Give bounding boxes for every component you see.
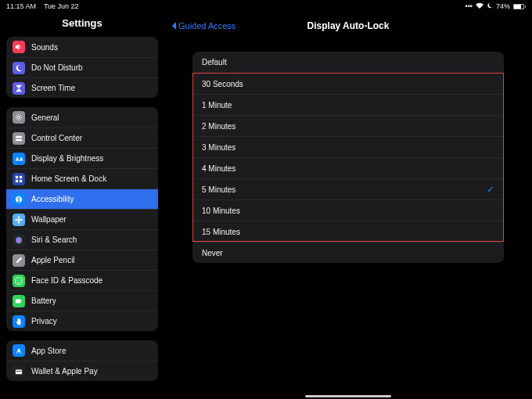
hand-icon (13, 315, 25, 328)
siri-icon (13, 234, 25, 246)
home-indicator[interactable] (305, 395, 391, 397)
sidebar-item-sounds[interactable]: Sounds (6, 37, 158, 57)
sidebar-item-wallpaper[interactable]: Wallpaper (6, 209, 158, 229)
cellular-icon: ••• (466, 2, 473, 10)
faceid-icon (13, 275, 25, 287)
svg-rect-22 (20, 353, 21, 354)
status-bar: 11:15 AM Tue Jun 22 ••• 74% (0, 0, 532, 13)
battery-percent: 74% (496, 2, 510, 10)
grid-icon (13, 173, 25, 185)
sidebar-item-control-center[interactable]: Control Center (6, 128, 158, 148)
autolock-option[interactable]: Default (192, 52, 504, 73)
status-date: Tue Jun 22 (44, 2, 79, 10)
wallet-icon (13, 365, 25, 378)
content-title: Display Auto-Lock (307, 20, 390, 31)
text-size-icon: AA (13, 153, 25, 165)
wifi-icon (476, 2, 483, 10)
appstore-icon (13, 344, 25, 357)
sidebar-item-do-not-disturb[interactable]: Do Not Disturb (6, 57, 158, 77)
sidebar-item-label: Battery (31, 297, 56, 305)
svg-point-13 (15, 218, 17, 221)
option-label: Never (202, 249, 223, 257)
checkmark-icon: ✓ (487, 184, 494, 195)
option-label: 5 Minutes (202, 185, 235, 194)
status-time: 11:15 AM (6, 2, 36, 10)
sidebar-item-label: General (31, 113, 59, 122)
option-label: 10 Minutes (202, 207, 240, 215)
sidebar-title: Settings (0, 13, 164, 37)
svg-rect-16 (16, 277, 22, 283)
sidebar-item-battery[interactable]: Battery (6, 290, 158, 311)
svg-rect-2 (16, 138, 22, 141)
autolock-option[interactable]: 10 Minutes (192, 200, 504, 221)
sidebar-item-label: Siri & Search (31, 235, 77, 244)
svg-rect-6 (16, 179, 18, 182)
autolock-option[interactable]: 3 Minutes (192, 136, 504, 157)
sidebar-item-display-brightness[interactable]: AADisplay & Brightness (6, 148, 158, 168)
back-label: Guided Access (178, 21, 235, 31)
sidebar-item-general[interactable]: General (6, 107, 158, 128)
sidebar-item-label: App Store (31, 347, 66, 355)
hourglass-icon (13, 82, 25, 95)
svg-rect-20 (21, 300, 22, 302)
option-label: 1 Minute (202, 101, 232, 110)
sidebar-item-label: Face ID & Passcode (31, 276, 102, 285)
sidebar-item-label: Control Center (31, 134, 82, 142)
sidebar-item-wallet-apple-pay[interactable]: Wallet & Apple Pay (6, 361, 158, 381)
battery-icon (13, 295, 25, 307)
svg-point-9 (18, 196, 20, 198)
sidebar-item-label: Wallet & Apple Pay (31, 367, 98, 376)
moon-icon (13, 62, 25, 74)
accessibility-icon (13, 193, 25, 206)
sidebar-item-face-id-passcode[interactable]: Face ID & Passcode (6, 270, 158, 290)
sidebar-item-label: Home Screen & Dock (31, 174, 106, 183)
status-right: ••• 74% (466, 2, 526, 10)
sidebar-item-label: Wallpaper (31, 215, 66, 224)
autolock-option[interactable]: Never (192, 242, 504, 263)
svg-text:AA: AA (16, 156, 23, 161)
sidebar-item-label: Do Not Disturb (31, 63, 83, 72)
sidebar-item-label: Privacy (31, 317, 57, 325)
autolock-option[interactable]: 1 Minute (192, 94, 504, 115)
svg-rect-1 (16, 135, 22, 138)
autolock-option[interactable]: 15 Minutes (192, 221, 504, 242)
svg-point-10 (17, 218, 20, 221)
switches-icon (13, 132, 25, 145)
chevron-left-icon (171, 21, 177, 31)
pencil-icon (13, 254, 25, 267)
svg-point-18 (20, 279, 20, 280)
sidebar-item-accessibility[interactable]: Accessibility (6, 189, 158, 209)
svg-rect-19 (16, 299, 21, 303)
svg-rect-5 (20, 175, 22, 178)
autolock-option[interactable]: 30 Seconds (192, 73, 504, 94)
back-button[interactable]: Guided Access (171, 21, 235, 31)
option-label: 3 Minutes (202, 143, 235, 152)
option-label: 2 Minutes (202, 122, 235, 131)
sidebar-item-apple-pencil[interactable]: Apple Pencil (6, 250, 158, 270)
svg-point-14 (20, 218, 22, 221)
sidebar-item-privacy[interactable]: Privacy (6, 311, 158, 331)
autolock-option[interactable]: 4 Minutes (192, 157, 504, 178)
content-header: Guided Access Display Auto-Lock (164, 13, 532, 39)
svg-point-0 (17, 116, 20, 118)
svg-rect-24 (16, 371, 22, 372)
sidebar-item-app-store[interactable]: App Store (6, 340, 158, 361)
sidebar-item-label: Accessibility (31, 195, 74, 203)
status-left: 11:15 AM Tue Jun 22 (6, 2, 79, 10)
dnd-moon-icon (487, 2, 493, 10)
autolock-option[interactable]: 5 Minutes✓ (192, 178, 504, 200)
sidebar-item-label: Apple Pencil (31, 256, 75, 264)
option-label: 30 Seconds (202, 80, 243, 88)
battery-icon (513, 4, 526, 9)
autolock-option[interactable]: 2 Minutes (192, 115, 504, 136)
sidebar-item-siri-search[interactable]: Siri & Search (6, 229, 158, 250)
svg-point-17 (17, 279, 18, 280)
svg-point-11 (18, 216, 20, 218)
sidebar-item-screen-time[interactable]: Screen Time (6, 77, 158, 98)
speaker-icon (13, 41, 25, 53)
option-label: 15 Minutes (202, 228, 240, 236)
sidebar-item-label: Sounds (31, 43, 58, 52)
svg-point-15 (16, 236, 22, 243)
svg-rect-23 (16, 369, 22, 374)
sidebar-item-home-screen-dock[interactable]: Home Screen & Dock (6, 168, 158, 189)
